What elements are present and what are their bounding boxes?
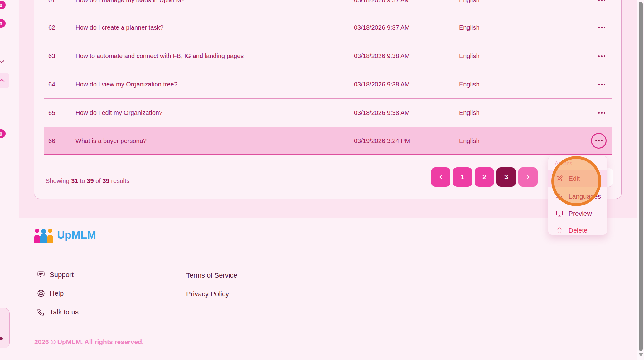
people-logo-icon bbox=[33, 227, 54, 243]
row-question: How do I view my Organization tree? bbox=[75, 81, 177, 88]
sidebar-badge-mid: 3 bbox=[0, 19, 6, 28]
results-summary: Showing 31 to 39 of 39 results bbox=[46, 177, 129, 185]
row-language: English bbox=[459, 81, 480, 88]
panel-dot-icon bbox=[0, 337, 3, 340]
lifebuoy-icon bbox=[37, 289, 45, 298]
table-row-selected[interactable]: 66 What is a buyer persona? 03/19/2026 3… bbox=[44, 127, 612, 155]
row-date: 03/18/2026 9:37 AM bbox=[354, 0, 410, 4]
row-date: 03/19/2026 3:24 PM bbox=[354, 137, 410, 144]
row-id: 66 bbox=[48, 137, 55, 144]
menu-item-label: Delete bbox=[569, 227, 588, 234]
row-date: 03/18/2026 9:38 AM bbox=[354, 52, 410, 60]
menu-divider bbox=[548, 222, 607, 222]
sidebar-badge-bottom: 0 bbox=[0, 129, 6, 138]
row-question: How do I manage my leads in UpMLM? bbox=[75, 0, 185, 4]
footer-link-label: Support bbox=[50, 271, 74, 279]
row-actions-button[interactable] bbox=[595, 49, 608, 63]
ellipsis-icon bbox=[598, 55, 605, 57]
row-language: English bbox=[459, 109, 480, 116]
ellipsis-icon bbox=[598, 0, 605, 1]
row-actions-button-active[interactable] bbox=[591, 133, 607, 149]
trash-icon bbox=[556, 227, 563, 234]
chat-bubble-icon bbox=[37, 270, 45, 279]
menu-item-label: Languages bbox=[569, 193, 601, 200]
monitor-icon bbox=[556, 210, 563, 217]
footer-link-label: Help bbox=[50, 289, 64, 298]
row-question: What is a buyer persona? bbox=[75, 137, 147, 144]
scrollbar-thumb[interactable] bbox=[639, 2, 643, 351]
row-language: English bbox=[459, 52, 480, 60]
row-id: 64 bbox=[48, 81, 55, 88]
menu-item-label: Preview bbox=[569, 210, 592, 217]
pencil-square-icon bbox=[556, 175, 563, 182]
footer-link-terms[interactable]: Terms of Service bbox=[186, 271, 237, 279]
row-question: How do I create a planner task? bbox=[75, 24, 163, 31]
menu-item-preview[interactable]: Preview bbox=[548, 205, 607, 222]
footer-link-help[interactable]: Help bbox=[37, 289, 64, 298]
ellipsis-icon bbox=[598, 27, 605, 28]
pagination-page-2[interactable]: 2 bbox=[475, 167, 494, 187]
table-row[interactable]: 65 How do I edit my Organization? 03/18/… bbox=[44, 99, 612, 127]
pagination-prev-button[interactable] bbox=[431, 167, 450, 187]
chevron-right-icon bbox=[525, 174, 531, 180]
row-language: English bbox=[459, 137, 480, 144]
menu-header: Actions bbox=[555, 160, 572, 167]
chevron-left-icon bbox=[438, 174, 444, 180]
row-id: 65 bbox=[48, 109, 55, 116]
phone-icon bbox=[37, 308, 45, 316]
menu-item-edit[interactable]: Edit bbox=[548, 170, 607, 187]
row-date: 03/18/2026 9:38 AM bbox=[354, 109, 410, 116]
row-actions-button[interactable] bbox=[595, 0, 608, 7]
pagination-page-1[interactable]: 1 bbox=[453, 167, 472, 187]
sidebar-mini-panel[interactable] bbox=[0, 308, 10, 348]
actions-context-menu: Actions Edit Languages Preview Delete bbox=[548, 156, 607, 235]
brand-name: UpMLM bbox=[57, 229, 96, 241]
menu-item-languages[interactable]: Languages bbox=[548, 188, 607, 205]
row-date: 03/18/2026 9:37 AM bbox=[354, 24, 410, 31]
sidebar-collapse-toggle[interactable] bbox=[0, 73, 9, 88]
row-id: 63 bbox=[48, 52, 55, 60]
ellipsis-icon bbox=[595, 140, 603, 141]
footer-link-label: Talk to us bbox=[50, 308, 79, 316]
row-actions-button[interactable] bbox=[595, 106, 608, 120]
footer-logo[interactable]: UpMLM bbox=[33, 227, 96, 243]
row-date: 03/18/2026 9:38 AM bbox=[354, 81, 410, 88]
row-question: How to automate and connect with FB, IG … bbox=[75, 52, 244, 60]
table-row[interactable]: 63 How to automate and connect with FB, … bbox=[44, 42, 612, 70]
sidebar: 0 3 0 bbox=[0, 0, 19, 360]
scrollbar-down-arrow-icon[interactable] bbox=[639, 353, 643, 356]
footer-link-support[interactable]: Support bbox=[37, 270, 74, 279]
row-id: 61 bbox=[48, 0, 55, 4]
ellipsis-icon bbox=[598, 84, 605, 85]
sidebar-badge-top: 0 bbox=[0, 1, 6, 9]
pagination-page-3-active[interactable]: 3 bbox=[496, 167, 516, 187]
chevron-down-icon[interactable] bbox=[0, 57, 6, 66]
footer-link-privacy[interactable]: Privacy Policy bbox=[186, 290, 229, 298]
table-row[interactable]: 61 How do I manage my leads in UpMLM? 03… bbox=[44, 0, 612, 14]
table-row[interactable]: 64 How do I view my Organization tree? 0… bbox=[44, 70, 612, 99]
menu-item-delete[interactable]: Delete bbox=[548, 222, 607, 239]
chevron-up-icon bbox=[0, 77, 6, 84]
row-question: How do I edit my Organization? bbox=[75, 109, 162, 116]
pagination-next-button[interactable] bbox=[518, 167, 538, 187]
copyright-text: 2026 © UpMLM. All rights reserved. bbox=[34, 338, 144, 346]
row-id: 62 bbox=[48, 24, 55, 31]
table-row[interactable]: 62 How do I create a planner task? 03/18… bbox=[44, 13, 612, 42]
row-actions-button[interactable] bbox=[595, 21, 608, 34]
language-icon bbox=[556, 193, 563, 200]
footer-link-talk-to-us[interactable]: Talk to us bbox=[37, 308, 79, 316]
ellipsis-icon bbox=[598, 112, 605, 114]
row-actions-button[interactable] bbox=[595, 77, 608, 91]
row-language: English bbox=[459, 0, 480, 4]
menu-item-label: Edit bbox=[569, 175, 580, 182]
row-language: English bbox=[459, 24, 480, 31]
